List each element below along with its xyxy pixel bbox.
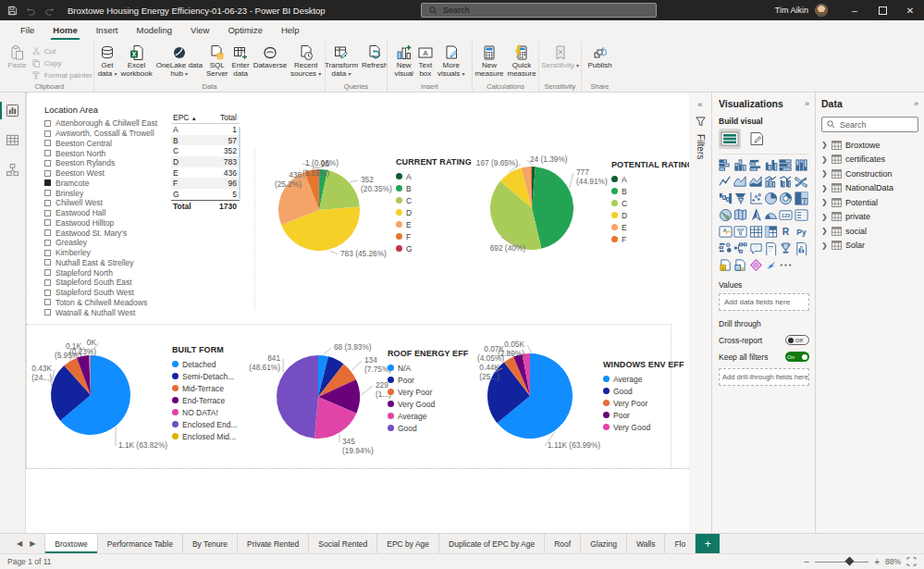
legend-item[interactable]: Semi-Detach... (172, 370, 238, 382)
data-view-icon[interactable] (0, 131, 26, 149)
menu-insert[interactable]: Insert (87, 21, 128, 41)
page-tab-roof[interactable]: Roof (545, 534, 581, 553)
power-automate-icon[interactable] (733, 258, 747, 272)
page-tab-duplicate-of-epc-by-age[interactable]: Duplicate of EPC by Age (439, 534, 545, 553)
quick-measure-button[interactable]: Quickmeasure (507, 44, 537, 79)
checkbox[interactable] (44, 160, 51, 167)
avatar[interactable] (815, 4, 828, 17)
expand-chevron-icon[interactable]: ❯ (821, 155, 828, 164)
checkbox[interactable] (44, 269, 51, 276)
maximize-button[interactable] (869, 0, 896, 20)
data-field-broxtowe[interactable]: ❯Broxtowe (821, 138, 918, 153)
data-search-input[interactable]: Search (821, 117, 918, 132)
checkbox[interactable] (44, 250, 51, 256)
clustered-bar-chart-icon[interactable] (749, 158, 763, 172)
line-chart-icon[interactable] (719, 175, 733, 189)
data-field-certificates[interactable]: ❯certificates (821, 153, 918, 167)
report-view-icon[interactable] (0, 102, 26, 119)
legend-item[interactable]: Very Good (388, 398, 468, 410)
legend-item[interactable]: Poor (603, 409, 684, 421)
new-visual-button[interactable]: Newvisual (393, 44, 413, 79)
pie-slice-n-a[interactable] (318, 355, 328, 397)
checkbox[interactable] (44, 240, 51, 246)
pie-slice-mid-terrace[interactable] (64, 358, 91, 395)
excel-workbook-button[interactable]: XExcelworkbook (119, 44, 153, 79)
legend-item[interactable]: C (396, 194, 472, 206)
data-field-private[interactable]: ❯private (821, 210, 918, 225)
table-scrollbar[interactable] (239, 127, 240, 199)
checkbox[interactable] (44, 200, 51, 206)
paginated-report-icon[interactable] (795, 241, 808, 255)
text-box-button[interactable]: ATextbox (416, 44, 435, 79)
legend-item[interactable]: Good (388, 422, 468, 434)
waterfall-chart-icon[interactable] (719, 192, 733, 205)
prev-page-arrow[interactable]: ◀ (17, 539, 22, 548)
multi-row-card-icon[interactable] (795, 208, 808, 222)
checkbox[interactable] (44, 120, 51, 127)
custom-visual-2-icon[interactable] (764, 258, 778, 272)
table-row[interactable]: E436 (171, 167, 240, 179)
matrix-icon[interactable] (764, 225, 778, 239)
slicer-item[interactable]: Stapleford South West (44, 288, 216, 298)
slicer-item[interactable]: Eastwood Hilltop (44, 218, 216, 229)
table-row[interactable]: B57 (171, 135, 240, 146)
page-tab-glazing[interactable]: Glazing (581, 534, 627, 553)
pie-slice-poor[interactable] (318, 356, 343, 397)
dataverse-button[interactable]: Dataverse (253, 44, 288, 70)
line-and-stacked-column-chart-icon[interactable] (764, 175, 778, 189)
pie-slice-very-poor[interactable] (504, 357, 530, 396)
legend-item[interactable]: NO DATA! (172, 406, 238, 418)
collapse-visualizations-icon[interactable]: » (805, 99, 809, 108)
add-data-fields-dropzone[interactable]: Add data fields here (719, 293, 809, 311)
pie-slice-semi-detach-[interactable] (51, 365, 91, 421)
expand-chevron-icon[interactable]: ❯ (821, 241, 828, 250)
legend-item[interactable]: N/A (388, 362, 468, 374)
menu-help[interactable]: Help (272, 21, 309, 41)
legend-item[interactable]: F (611, 233, 689, 245)
page-tab-by-tenure[interactable]: By Tenure (183, 534, 238, 553)
checkbox[interactable] (44, 309, 51, 315)
filled-map-icon[interactable] (733, 208, 747, 222)
data-field-nationaldata[interactable]: ❯NationalData (821, 181, 918, 196)
pie-slice-very-good[interactable] (523, 353, 530, 396)
more-visuals-button[interactable]: Morevisuals ▾ (437, 44, 466, 79)
cross-report-toggle[interactable]: Off (785, 335, 809, 345)
legend-item[interactable]: A (396, 170, 472, 182)
scatter-chart-icon[interactable] (749, 192, 763, 205)
enter-data-button[interactable]: Enterdata (231, 44, 251, 79)
page-tab-broxtowe[interactable]: Broxtowe (44, 534, 97, 553)
table-row[interactable]: D783 (171, 156, 240, 167)
100-stacked-column-chart-icon[interactable] (795, 158, 808, 172)
pie-slice-b[interactable] (532, 167, 573, 249)
slicer-item[interactable]: Stapleford North (44, 267, 216, 278)
expand-chevron-icon[interactable]: ❯ (821, 184, 828, 192)
pie-slice-d[interactable] (500, 167, 532, 208)
legend-item[interactable]: Good (603, 385, 684, 397)
global-search-input[interactable]: Search (421, 3, 657, 18)
data-field-construction[interactable]: ❯Construction (821, 167, 918, 181)
funnel-chart-icon[interactable] (733, 192, 747, 205)
publish-button[interactable]: Publish (586, 44, 612, 70)
pie-chart-icon[interactable] (764, 192, 778, 205)
user-name[interactable]: Tim Aikin (775, 6, 808, 15)
pie-slice-average[interactable] (498, 353, 573, 439)
pie-slice-e[interactable] (522, 167, 532, 208)
table-row[interactable]: F96 (171, 178, 240, 189)
q-and-a-icon[interactable] (749, 241, 763, 255)
pie-slice-detached[interactable] (60, 355, 130, 435)
add-drill-through-fields-dropzone[interactable]: Add drill-through fields here (719, 368, 809, 386)
pie-slice-very-good[interactable] (318, 379, 360, 413)
pie-slice-c[interactable] (319, 170, 360, 210)
checkbox[interactable] (44, 279, 51, 286)
menu-optimize[interactable]: Optimize (218, 21, 271, 41)
pie-slice-good[interactable] (487, 362, 530, 423)
copy-button[interactable]: Copy (31, 58, 92, 68)
data-field-social[interactable]: ❯social (821, 224, 918, 239)
slicer-item[interactable]: Nuthall East & Strelley (44, 258, 216, 268)
menu-file[interactable]: File (11, 21, 43, 41)
legend-item[interactable]: Very Poor (603, 397, 684, 409)
stacked-bar-chart-icon[interactable] (719, 158, 733, 172)
report-canvas[interactable]: Location Area Attenborough & Chilwell Ea… (26, 93, 689, 533)
legend-item[interactable]: F (396, 230, 472, 242)
menu-view[interactable]: View (181, 21, 218, 41)
